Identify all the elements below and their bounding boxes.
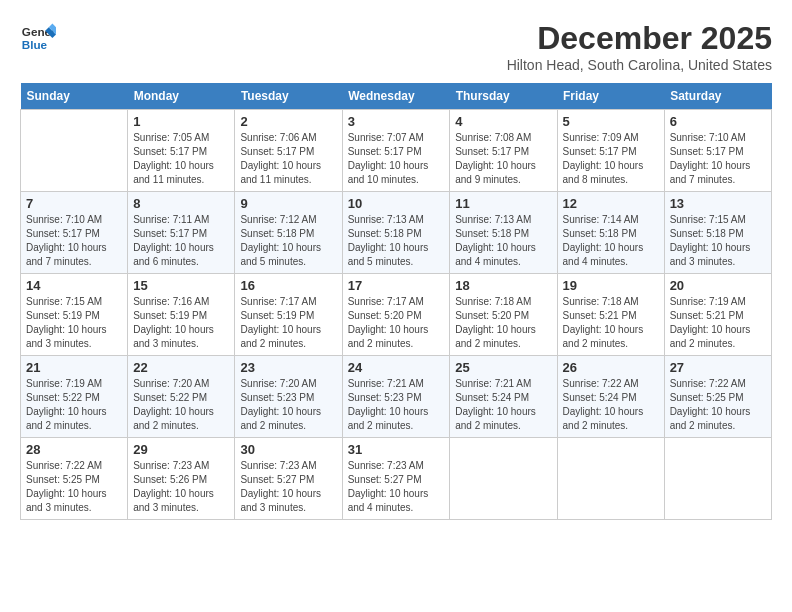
day-number: 21 (26, 360, 122, 375)
day-number: 28 (26, 442, 122, 457)
week-row-5: 28Sunrise: 7:22 AM Sunset: 5:25 PM Dayli… (21, 438, 772, 520)
day-number: 26 (563, 360, 659, 375)
day-info: Sunrise: 7:23 AM Sunset: 5:27 PM Dayligh… (240, 459, 336, 515)
calendar-cell: 1Sunrise: 7:05 AM Sunset: 5:17 PM Daylig… (128, 110, 235, 192)
day-number: 18 (455, 278, 551, 293)
day-number: 25 (455, 360, 551, 375)
calendar-cell: 26Sunrise: 7:22 AM Sunset: 5:24 PM Dayli… (557, 356, 664, 438)
col-header-tuesday: Tuesday (235, 83, 342, 110)
day-info: Sunrise: 7:19 AM Sunset: 5:22 PM Dayligh… (26, 377, 122, 433)
col-header-wednesday: Wednesday (342, 83, 450, 110)
day-number: 11 (455, 196, 551, 211)
day-info: Sunrise: 7:05 AM Sunset: 5:17 PM Dayligh… (133, 131, 229, 187)
calendar-cell: 2Sunrise: 7:06 AM Sunset: 5:17 PM Daylig… (235, 110, 342, 192)
day-number: 9 (240, 196, 336, 211)
day-info: Sunrise: 7:22 AM Sunset: 5:25 PM Dayligh… (670, 377, 766, 433)
calendar-table: SundayMondayTuesdayWednesdayThursdayFrid… (20, 83, 772, 520)
calendar-cell: 20Sunrise: 7:19 AM Sunset: 5:21 PM Dayli… (664, 274, 771, 356)
day-info: Sunrise: 7:12 AM Sunset: 5:18 PM Dayligh… (240, 213, 336, 269)
calendar-cell: 11Sunrise: 7:13 AM Sunset: 5:18 PM Dayli… (450, 192, 557, 274)
day-info: Sunrise: 7:23 AM Sunset: 5:26 PM Dayligh… (133, 459, 229, 515)
col-header-saturday: Saturday (664, 83, 771, 110)
day-info: Sunrise: 7:23 AM Sunset: 5:27 PM Dayligh… (348, 459, 445, 515)
col-header-thursday: Thursday (450, 83, 557, 110)
calendar-cell: 19Sunrise: 7:18 AM Sunset: 5:21 PM Dayli… (557, 274, 664, 356)
day-number: 7 (26, 196, 122, 211)
calendar-cell (557, 438, 664, 520)
day-number: 23 (240, 360, 336, 375)
calendar-cell: 17Sunrise: 7:17 AM Sunset: 5:20 PM Dayli… (342, 274, 450, 356)
day-number: 5 (563, 114, 659, 129)
day-info: Sunrise: 7:18 AM Sunset: 5:20 PM Dayligh… (455, 295, 551, 351)
day-info: Sunrise: 7:09 AM Sunset: 5:17 PM Dayligh… (563, 131, 659, 187)
day-number: 1 (133, 114, 229, 129)
week-row-1: 1Sunrise: 7:05 AM Sunset: 5:17 PM Daylig… (21, 110, 772, 192)
week-row-4: 21Sunrise: 7:19 AM Sunset: 5:22 PM Dayli… (21, 356, 772, 438)
calendar-cell: 21Sunrise: 7:19 AM Sunset: 5:22 PM Dayli… (21, 356, 128, 438)
day-number: 24 (348, 360, 445, 375)
day-info: Sunrise: 7:17 AM Sunset: 5:20 PM Dayligh… (348, 295, 445, 351)
calendar-cell: 5Sunrise: 7:09 AM Sunset: 5:17 PM Daylig… (557, 110, 664, 192)
day-info: Sunrise: 7:17 AM Sunset: 5:19 PM Dayligh… (240, 295, 336, 351)
calendar-cell: 27Sunrise: 7:22 AM Sunset: 5:25 PM Dayli… (664, 356, 771, 438)
calendar-cell: 4Sunrise: 7:08 AM Sunset: 5:17 PM Daylig… (450, 110, 557, 192)
calendar-cell: 10Sunrise: 7:13 AM Sunset: 5:18 PM Dayli… (342, 192, 450, 274)
calendar-cell: 18Sunrise: 7:18 AM Sunset: 5:20 PM Dayli… (450, 274, 557, 356)
calendar-cell: 9Sunrise: 7:12 AM Sunset: 5:18 PM Daylig… (235, 192, 342, 274)
day-info: Sunrise: 7:10 AM Sunset: 5:17 PM Dayligh… (670, 131, 766, 187)
day-info: Sunrise: 7:16 AM Sunset: 5:19 PM Dayligh… (133, 295, 229, 351)
calendar-cell: 31Sunrise: 7:23 AM Sunset: 5:27 PM Dayli… (342, 438, 450, 520)
day-info: Sunrise: 7:06 AM Sunset: 5:17 PM Dayligh… (240, 131, 336, 187)
day-number: 20 (670, 278, 766, 293)
calendar-cell: 28Sunrise: 7:22 AM Sunset: 5:25 PM Dayli… (21, 438, 128, 520)
day-info: Sunrise: 7:21 AM Sunset: 5:23 PM Dayligh… (348, 377, 445, 433)
week-row-3: 14Sunrise: 7:15 AM Sunset: 5:19 PM Dayli… (21, 274, 772, 356)
day-number: 10 (348, 196, 445, 211)
calendar-cell: 3Sunrise: 7:07 AM Sunset: 5:17 PM Daylig… (342, 110, 450, 192)
col-header-sunday: Sunday (21, 83, 128, 110)
day-info: Sunrise: 7:11 AM Sunset: 5:17 PM Dayligh… (133, 213, 229, 269)
logo-icon: General Blue (20, 20, 56, 56)
day-number: 4 (455, 114, 551, 129)
day-info: Sunrise: 7:22 AM Sunset: 5:25 PM Dayligh… (26, 459, 122, 515)
calendar-cell (664, 438, 771, 520)
calendar-cell: 8Sunrise: 7:11 AM Sunset: 5:17 PM Daylig… (128, 192, 235, 274)
day-number: 2 (240, 114, 336, 129)
day-info: Sunrise: 7:07 AM Sunset: 5:17 PM Dayligh… (348, 131, 445, 187)
calendar-cell: 30Sunrise: 7:23 AM Sunset: 5:27 PM Dayli… (235, 438, 342, 520)
day-number: 15 (133, 278, 229, 293)
day-number: 8 (133, 196, 229, 211)
day-number: 30 (240, 442, 336, 457)
col-header-monday: Monday (128, 83, 235, 110)
calendar-cell: 16Sunrise: 7:17 AM Sunset: 5:19 PM Dayli… (235, 274, 342, 356)
day-number: 14 (26, 278, 122, 293)
day-info: Sunrise: 7:21 AM Sunset: 5:24 PM Dayligh… (455, 377, 551, 433)
svg-text:Blue: Blue (22, 38, 48, 51)
day-info: Sunrise: 7:14 AM Sunset: 5:18 PM Dayligh… (563, 213, 659, 269)
calendar-cell (21, 110, 128, 192)
calendar-cell: 23Sunrise: 7:20 AM Sunset: 5:23 PM Dayli… (235, 356, 342, 438)
calendar-cell: 15Sunrise: 7:16 AM Sunset: 5:19 PM Dayli… (128, 274, 235, 356)
calendar-cell: 14Sunrise: 7:15 AM Sunset: 5:19 PM Dayli… (21, 274, 128, 356)
day-number: 31 (348, 442, 445, 457)
location: Hilton Head, South Carolina, United Stat… (507, 57, 772, 73)
calendar-cell: 7Sunrise: 7:10 AM Sunset: 5:17 PM Daylig… (21, 192, 128, 274)
title-block: December 2025 Hilton Head, South Carolin… (507, 20, 772, 73)
day-info: Sunrise: 7:22 AM Sunset: 5:24 PM Dayligh… (563, 377, 659, 433)
day-info: Sunrise: 7:13 AM Sunset: 5:18 PM Dayligh… (455, 213, 551, 269)
calendar-cell: 29Sunrise: 7:23 AM Sunset: 5:26 PM Dayli… (128, 438, 235, 520)
day-info: Sunrise: 7:20 AM Sunset: 5:22 PM Dayligh… (133, 377, 229, 433)
day-number: 19 (563, 278, 659, 293)
day-info: Sunrise: 7:10 AM Sunset: 5:17 PM Dayligh… (26, 213, 122, 269)
calendar-header-row: SundayMondayTuesdayWednesdayThursdayFrid… (21, 83, 772, 110)
day-number: 12 (563, 196, 659, 211)
day-number: 22 (133, 360, 229, 375)
day-info: Sunrise: 7:08 AM Sunset: 5:17 PM Dayligh… (455, 131, 551, 187)
page-header: General Blue December 2025 Hilton Head, … (20, 20, 772, 73)
logo: General Blue (20, 20, 56, 56)
week-row-2: 7Sunrise: 7:10 AM Sunset: 5:17 PM Daylig… (21, 192, 772, 274)
calendar-cell: 6Sunrise: 7:10 AM Sunset: 5:17 PM Daylig… (664, 110, 771, 192)
calendar-cell: 13Sunrise: 7:15 AM Sunset: 5:18 PM Dayli… (664, 192, 771, 274)
day-number: 16 (240, 278, 336, 293)
calendar-cell: 22Sunrise: 7:20 AM Sunset: 5:22 PM Dayli… (128, 356, 235, 438)
